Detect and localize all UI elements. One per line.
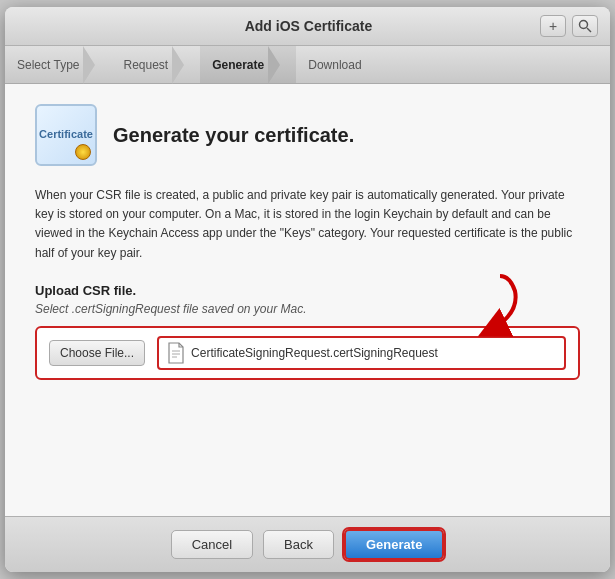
- step-generate[interactable]: Generate: [200, 46, 296, 83]
- search-button[interactable]: [572, 15, 598, 37]
- svg-point-0: [580, 21, 588, 29]
- header-section: Certificate Generate your certificate.: [35, 104, 580, 166]
- cancel-button[interactable]: Cancel: [171, 530, 253, 559]
- main-window: Add iOS Certificate + Select Type Reques…: [5, 7, 610, 572]
- title-bar: Add iOS Certificate +: [5, 7, 610, 46]
- description-text: When your CSR file is created, a public …: [35, 186, 580, 263]
- certificate-icon: Certificate: [35, 104, 97, 166]
- upload-sublabel: Select .certSigningRequest file saved on…: [35, 302, 580, 316]
- steps-bar: Select Type Request Generate Download: [5, 46, 610, 84]
- file-name-text: CertificateSigningRequest.certSigningReq…: [191, 346, 438, 360]
- window-title: Add iOS Certificate: [77, 18, 540, 34]
- choose-file-button[interactable]: Choose File...: [49, 340, 145, 366]
- footer: Cancel Back Generate: [5, 516, 610, 572]
- file-icon: [167, 342, 185, 364]
- add-button[interactable]: +: [540, 15, 566, 37]
- step-request[interactable]: Request: [111, 46, 200, 83]
- step-select-type[interactable]: Select Type: [5, 46, 111, 83]
- back-button[interactable]: Back: [263, 530, 334, 559]
- generate-button[interactable]: Generate: [344, 529, 444, 560]
- arrow-container: Choose File... CertificateSigningRequest…: [35, 326, 580, 380]
- file-upload-box: Choose File... CertificateSigningRequest…: [35, 326, 580, 380]
- page-title: Generate your certificate.: [113, 124, 354, 147]
- file-display: CertificateSigningRequest.certSigningReq…: [157, 336, 566, 370]
- upload-label: Upload CSR file.: [35, 283, 580, 298]
- search-icon: [578, 19, 592, 33]
- svg-line-1: [587, 28, 591, 32]
- title-bar-actions: +: [540, 15, 598, 37]
- main-content: Certificate Generate your certificate. W…: [5, 84, 610, 516]
- cert-badge: [75, 144, 91, 160]
- step-download[interactable]: Download: [296, 46, 377, 83]
